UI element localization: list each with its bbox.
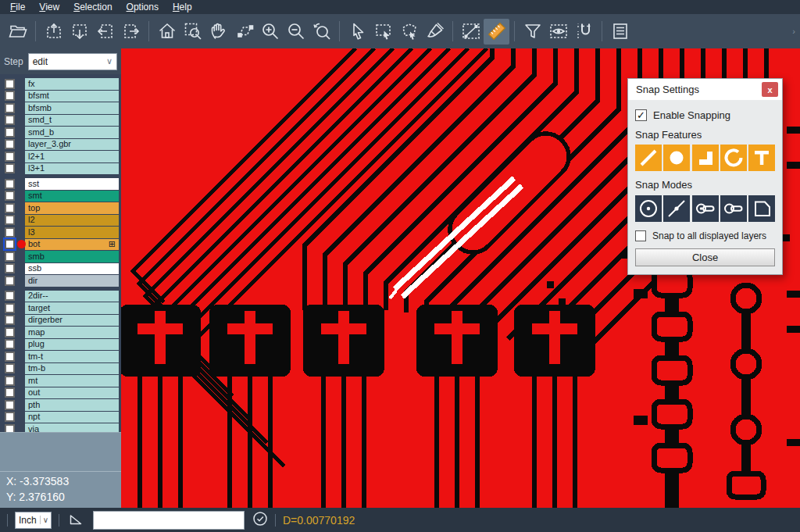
snap-pad-corner-icon[interactable] xyxy=(692,145,719,171)
snap-slot-icon[interactable] xyxy=(720,195,747,222)
layer-row[interactable]: via xyxy=(0,423,121,432)
layer-visibility-checkbox[interactable] xyxy=(5,327,15,337)
layer-visibility-checkbox[interactable] xyxy=(5,400,15,410)
layer-row[interactable]: l3 xyxy=(0,227,121,238)
zoom-in-icon[interactable] xyxy=(257,19,283,45)
command-input[interactable] xyxy=(93,511,245,530)
layer-visibility-checkbox[interactable] xyxy=(5,179,15,189)
layer-row[interactable]: top xyxy=(0,202,121,214)
zoom-drag-icon[interactable] xyxy=(231,19,257,45)
layer-color-bar[interactable]: bot ⊞ xyxy=(25,239,119,251)
layer-visibility-checkbox[interactable] xyxy=(5,215,15,225)
zoom-window-icon[interactable] xyxy=(180,19,205,45)
layer-visibility-checkbox[interactable] xyxy=(5,276,15,286)
menu-selection[interactable]: Selection xyxy=(66,0,119,14)
layer-color-bar[interactable]: smb xyxy=(25,251,119,262)
pan-view-down-icon[interactable] xyxy=(66,19,92,45)
layer-visibility-checkbox[interactable] xyxy=(5,376,15,386)
close-icon[interactable]: x xyxy=(762,82,778,97)
layer-color-bar[interactable]: pth xyxy=(25,399,119,411)
zoom-previous-icon[interactable] xyxy=(309,19,334,45)
layer-visibility-checkbox[interactable] xyxy=(5,387,15,398)
snap-midpoint-icon[interactable] xyxy=(663,195,690,222)
close-button[interactable]: Close xyxy=(635,248,775,266)
layer-visibility-checkbox[interactable] xyxy=(5,227,15,237)
layer-color-bar[interactable]: l2 xyxy=(25,215,119,227)
view-options-eye-icon[interactable] xyxy=(545,19,571,45)
layer-visibility-checkbox[interactable] xyxy=(5,291,15,301)
snap-slot-end-icon[interactable] xyxy=(692,195,719,222)
layer-visibility-checkbox[interactable] xyxy=(5,163,15,173)
menu-view[interactable]: View xyxy=(32,0,66,14)
snap-all-layers-checkbox[interactable] xyxy=(635,230,646,241)
layer-visibility-checkbox[interactable] xyxy=(5,152,15,162)
layer-row[interactable]: tm-b xyxy=(0,363,121,375)
select-arrow-icon[interactable] xyxy=(345,19,370,45)
unit-select[interactable]: Inch ∨ xyxy=(15,512,52,529)
layer-row[interactable]: map xyxy=(0,327,121,338)
zoom-out-icon[interactable] xyxy=(283,19,309,45)
layer-visibility-checkbox[interactable] xyxy=(5,191,15,201)
ruler-active-icon[interactable] xyxy=(484,19,509,45)
snap-arc-icon[interactable] xyxy=(720,145,747,171)
layer-color-bar[interactable]: l3 xyxy=(25,227,119,238)
pan-view-left-icon[interactable] xyxy=(92,19,118,45)
layer-color-bar[interactable]: fx xyxy=(25,78,119,90)
layer-visibility-checkbox[interactable] xyxy=(5,79,15,89)
report-list-icon[interactable] xyxy=(607,19,633,45)
layer-color-bar[interactable]: bfsmb xyxy=(25,102,119,114)
layer-visibility-checkbox[interactable] xyxy=(5,315,15,325)
layer-color-bar[interactable]: smd_t xyxy=(25,115,119,127)
layer-color-bar[interactable]: dir xyxy=(25,275,119,287)
layer-visibility-checkbox[interactable] xyxy=(5,91,15,101)
layer-visibility-checkbox[interactable] xyxy=(5,424,15,432)
snap-magnet-icon[interactable] xyxy=(571,19,597,45)
layer-color-bar[interactable]: mt xyxy=(25,375,119,387)
layer-color-bar[interactable]: npt xyxy=(25,412,119,423)
menu-file[interactable]: File xyxy=(3,0,32,14)
snap-line-icon[interactable] xyxy=(635,145,662,171)
layer-row[interactable]: mt xyxy=(0,375,121,387)
layer-visibility-checkbox[interactable] xyxy=(5,303,15,313)
layer-color-bar[interactable]: smt xyxy=(25,191,119,202)
layer-color-bar[interactable]: l2+1 xyxy=(25,151,119,162)
open-folder-icon[interactable] xyxy=(5,19,30,45)
snap-dialog-titlebar[interactable]: Snap Settings x xyxy=(628,79,782,100)
layer-row[interactable]: smd_t xyxy=(0,115,121,127)
layer-visibility-checkbox[interactable] xyxy=(5,412,15,422)
layer-color-bar[interactable]: dirgerber xyxy=(25,315,119,327)
layer-color-bar[interactable]: tm-b xyxy=(25,363,119,375)
layer-color-bar[interactable]: top xyxy=(25,202,119,214)
pan-hand-icon[interactable] xyxy=(205,19,231,45)
layer-row[interactable]: tm-t xyxy=(0,351,121,362)
layer-visibility-checkbox[interactable] xyxy=(5,352,15,362)
snap-contour-icon[interactable] xyxy=(748,195,775,222)
enable-snapping-row[interactable]: ✓ Enable Snapping xyxy=(635,109,775,121)
layer-visibility-checkbox[interactable] xyxy=(5,363,15,373)
layer-row[interactable]: dirgerber xyxy=(0,315,121,327)
layer-row[interactable]: l2+1 xyxy=(0,151,121,162)
layer-row[interactable]: target xyxy=(0,302,121,314)
snap-text-icon[interactable] xyxy=(748,145,775,171)
layer-row[interactable]: sst xyxy=(0,178,121,190)
layer-color-bar[interactable]: smd_b xyxy=(25,127,119,138)
home-view-icon[interactable] xyxy=(154,19,180,45)
filter-funnel-icon[interactable] xyxy=(520,19,545,45)
layer-visibility-checkbox[interactable] xyxy=(5,239,15,249)
layer-row[interactable]: bot ⊞ xyxy=(0,239,121,251)
pan-view-right-icon[interactable] xyxy=(118,19,144,45)
layer-visibility-checkbox[interactable] xyxy=(5,263,15,273)
layer-color-bar[interactable]: 2dir-- xyxy=(25,291,119,302)
toolbar-overflow-chevron[interactable]: › xyxy=(792,27,800,36)
layer-row[interactable]: bfsmb xyxy=(0,102,121,114)
apply-check-icon[interactable] xyxy=(252,511,268,530)
layer-row[interactable]: 2dir-- xyxy=(0,291,121,302)
enable-snapping-checkbox[interactable]: ✓ xyxy=(635,109,647,121)
layer-color-bar[interactable]: layer_3.gbr xyxy=(25,139,119,151)
measure-line-icon[interactable] xyxy=(458,19,484,45)
menu-options[interactable]: Options xyxy=(120,0,166,14)
layer-color-bar[interactable]: out xyxy=(25,387,119,399)
menu-help[interactable]: Help xyxy=(166,0,199,14)
layer-row[interactable]: pth xyxy=(0,399,121,411)
layer-row[interactable]: layer_3.gbr xyxy=(0,139,121,151)
